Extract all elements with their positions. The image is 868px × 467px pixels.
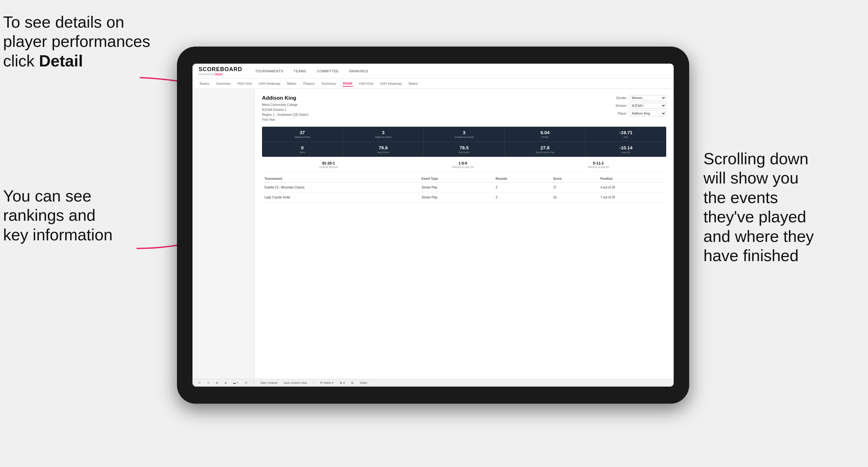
score-2: 16 (551, 192, 598, 203)
annotation-line2: player performances (3, 32, 150, 50)
record-overall: 91-20-1 Overall Record (319, 161, 338, 168)
player-filter-row: Player Addison King (611, 111, 666, 117)
bottom-toolbar: ↩ ↪ ⊕ ⊕ ▬ + ⏱ View: Original Save Custom… (192, 379, 674, 386)
annotation-bottom-left: You can see rankings and key information (3, 186, 152, 244)
nav-tournaments[interactable]: TOURNAMENTS (254, 68, 284, 74)
stat-adj-score: 78.5 Adj Score (424, 142, 505, 157)
detail-panel: Addison King Mesa Community College NJCA… (254, 89, 674, 379)
stat-avg-score-par: 27.8 Avg Score to Par (505, 142, 586, 157)
annotation-br-6: have finished (704, 247, 799, 264)
player-name: Addison King (262, 95, 309, 101)
stats-row-1: 37 National Rank 3 Regional Rank 3 Confe… (262, 127, 666, 142)
sub-nav-teams[interactable]: Teams (199, 81, 210, 86)
annotation-br-4: they've played (704, 208, 806, 226)
annotation-line3: click (3, 52, 39, 70)
stat-national-rank: 37 National Rank (262, 127, 343, 142)
logo-powered: Powered by clippd (199, 73, 242, 76)
sub-nav-summary[interactable]: Summary (215, 81, 231, 86)
table-row[interactable]: Lady Coyote Invite Stroke Play 2 16 7 ou… (262, 192, 666, 203)
stat-regional-rank: 3 Regional Rank (343, 127, 424, 142)
stat-conference-rank: 3 Conference Rank (424, 127, 505, 142)
undo-button[interactable]: ↩ (197, 381, 202, 385)
col-rounds: Rounds (493, 175, 551, 183)
annotation-detail-bold: Detail (39, 52, 83, 70)
annotation-bottom-right: Scrolling down will show you the events … (704, 149, 865, 265)
zoom-in-button[interactable]: ⊕ (215, 381, 219, 385)
records-row: 91-20-1 Overall Record 1-5-0 Record vs t… (262, 159, 666, 172)
player-region: Region 1 - Southwest (18) District (262, 113, 309, 117)
sub-nav-h2h-heatmap2[interactable]: H2H Heatmap (380, 81, 403, 86)
stat-sos: -19.71 SoS (586, 127, 666, 142)
player-college: Mesa Community College (262, 102, 309, 107)
zoom-out-button[interactable]: ⊕ (223, 381, 228, 385)
col-score: Score (551, 175, 598, 183)
sub-nav: Teams Summary H2H Grid H2H Heatmap Matri… (192, 79, 674, 89)
sub-nav-players[interactable]: Players (303, 81, 315, 86)
tournament-table: Tournament Event Type Rounds Score Posit… (262, 175, 666, 203)
division-select[interactable]: NJCAA I (629, 103, 666, 109)
nav-committee[interactable]: COMMITTEE (316, 68, 340, 74)
gender-label: Gender (611, 96, 626, 100)
main-content: Addison King Mesa Community College NJCA… (192, 89, 674, 379)
stat-avg-score: 79.6 Avg Score (343, 142, 424, 157)
sidebar-area (192, 89, 254, 379)
nav-rankings[interactable]: RANKINGS (349, 68, 369, 74)
rounds-1: 2 (493, 183, 551, 192)
sub-nav-h2h-heatmap[interactable]: H2H Heatmap (258, 81, 281, 86)
stat-avg-sg: -10.14 Avg SG (586, 142, 666, 157)
share-button[interactable]: Share (359, 381, 369, 385)
sub-nav-h2h-grid2[interactable]: H2H Grid (359, 81, 374, 86)
toolbar-sep-1 (254, 381, 254, 385)
sub-nav-h2h-grid[interactable]: H2H Grid (237, 81, 252, 86)
gender-filter-row: Gender Women (611, 95, 666, 101)
col-position: Position (598, 175, 666, 183)
stats-grid: 37 National Rank 3 Regional Rank 3 Confe… (262, 127, 666, 157)
sub-nav-detail[interactable]: Detail (342, 81, 353, 87)
fit-button[interactable]: ▬ + (232, 381, 240, 385)
watch-button[interactable]: 👁 Watch ▾ (318, 381, 335, 385)
annotation-bl-2: rankings and (3, 206, 96, 224)
player-header: Addison King Mesa Community College NJCA… (262, 95, 666, 122)
redo-button[interactable]: ↪ (206, 381, 211, 385)
tournament-name-1: Estella CC- Mountain Classic (262, 183, 419, 192)
division-filter-row: Division NJCAA I (611, 103, 666, 109)
annotation-br-5: and where they (704, 227, 814, 245)
stats-row-2: 0 Wins 79.6 Avg Score 78.5 Adj Score 2 (262, 142, 666, 157)
sub-nav-summary2[interactable]: Summary (321, 81, 337, 86)
player-label: Player (611, 112, 626, 115)
stat-wins: 0 Wins (262, 142, 343, 157)
position-1: 4 out of 20 (598, 183, 666, 192)
nav-teams[interactable]: TEAMS (293, 68, 307, 74)
annotation-br-3: the events (704, 188, 778, 207)
grid-button[interactable]: ⊞ (350, 381, 355, 385)
player-filters: Gender Women Division NJCAA I (611, 95, 666, 117)
logo-area: SCOREBOARD Powered by clippd (199, 66, 242, 76)
event-type-2: Stroke Play (419, 192, 493, 203)
annotation-bl-3: key information (3, 226, 113, 244)
tournament-name-2: Lady Coyote Invite (262, 192, 419, 203)
annotation-br-1: Scrolling down (704, 150, 808, 168)
annotation-bl-1: You can see (3, 187, 91, 205)
gender-select[interactable]: Women (629, 95, 666, 101)
screen-button[interactable]: 🖥 ▾ (338, 381, 346, 385)
col-event-type: Event Type (419, 175, 493, 183)
toolbar-sep-2 (313, 381, 314, 385)
player-select[interactable]: Addison King (629, 111, 666, 117)
score-1: 17 (551, 183, 598, 192)
player-info: Addison King Mesa Community College NJCA… (262, 95, 309, 122)
position-2: 7 out of 20 (598, 192, 666, 203)
player-year: First Year (262, 117, 309, 122)
event-type-1: Stroke Play (419, 183, 493, 192)
save-custom-view-button[interactable]: Save Custom View (282, 381, 308, 385)
record-top50: 5-11-1 Record vs top 50 (588, 161, 609, 168)
sub-nav-matrix2[interactable]: Matrix (408, 81, 418, 86)
tablet-screen: SCOREBOARD Powered by clippd TOURNAMENTS… (192, 64, 674, 386)
timer-button[interactable]: ⏱ (243, 381, 249, 385)
top-nav: SCOREBOARD Powered by clippd TOURNAMENTS… (192, 64, 674, 79)
table-row[interactable]: Estella CC- Mountain Classic Stroke Play… (262, 183, 666, 192)
sub-nav-matrix[interactable]: Matrix (286, 81, 297, 86)
col-tournament: Tournament (262, 175, 419, 183)
annotation-br-2: will show you (704, 169, 799, 187)
view-original-button[interactable]: View: Original (259, 381, 278, 385)
tablet-frame: SCOREBOARD Powered by clippd TOURNAMENTS… (177, 46, 689, 404)
